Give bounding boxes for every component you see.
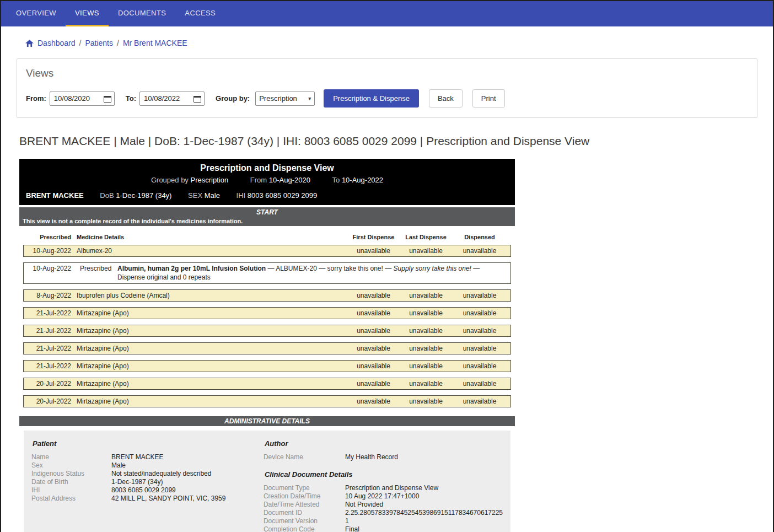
from-date-wrap <box>50 92 115 106</box>
grouped-by-label: Grouped by <box>151 176 189 184</box>
field-label: IHI <box>31 486 111 495</box>
field-value: 2.25.28057833978452545398691511783467061… <box>345 509 503 517</box>
last-dispense-value: unavailable <box>400 247 452 255</box>
filter-bar: From: To: Group by: Prescription ▾ Presc… <box>17 85 757 117</box>
sex-value: Male <box>205 191 220 200</box>
header-dispensed: Dispensed <box>452 234 507 240</box>
administrative-details-bar: ADMINISTRATIVE DETAILS <box>19 416 515 426</box>
field-label: Document ID <box>264 509 345 517</box>
breadcrumb-patient-name[interactable]: Mr Brent MACKEE <box>123 39 187 47</box>
entry-kind: Prescribed <box>77 265 117 272</box>
tab-overview[interactable]: OVERVIEW <box>7 1 66 26</box>
field-label: Document Type <box>264 484 345 492</box>
medicine-name: Mirtazapine (Apo) <box>77 309 347 317</box>
breadcrumb: Dashboard / Patients / Mr Brent MACKEE <box>1 26 773 57</box>
prescription-dispense-button[interactable]: Prescription & Dispense <box>324 89 419 108</box>
print-button[interactable]: Print <box>472 89 505 108</box>
field-value: Male <box>111 461 126 470</box>
author-fields: Device NameMy Health Record <box>264 453 503 461</box>
medicine-name: Mirtazapine (Apo) <box>77 397 347 405</box>
home-icon[interactable] <box>25 40 34 47</box>
medicine-summary-row: 21-Jul-2022Mirtazapine (Apo)unavailableu… <box>23 342 511 354</box>
field-value: Final <box>345 525 359 532</box>
tab-access[interactable]: ACCESS <box>175 1 225 26</box>
prescribed-date: 8-Aug-2022 <box>27 292 77 299</box>
field-value: 8003 6085 0029 2099 <box>111 486 176 495</box>
first-dispense-value: unavailable <box>347 292 400 299</box>
medicine-summary-row: 20-Jul-2022Mirtazapine (Apo)unavailableu… <box>23 395 511 407</box>
dispensed-value: unavailable <box>452 327 507 335</box>
medicine-summary-row: 21-Jul-2022Mirtazapine (Apo)unavailableu… <box>23 360 511 372</box>
notice-bar: This view is not a complete record of th… <box>19 217 515 226</box>
field-label: Device Name <box>264 453 345 461</box>
ihi-label: IHI <box>237 191 246 200</box>
document-meta: Grouped by Prescription From 10-Aug-2020… <box>25 176 509 184</box>
medicine-summary-row: 21-Jul-2022Mirtazapine (Apo)unavailableu… <box>23 307 511 319</box>
field-label: Indigenous Status <box>31 470 111 478</box>
last-dispense-value: unavailable <box>400 309 452 317</box>
first-dispense-value: unavailable <box>347 362 400 370</box>
medicines-table-header: Prescribed Medicine Details First Dispen… <box>23 234 511 240</box>
prescribed-date: 21-Jul-2022 <box>27 362 77 370</box>
doc-to-value: 10-Aug-2022 <box>342 176 383 184</box>
medicine-detail-row: 10-Aug-2022PrescribedAlbumin, human 2g p… <box>23 262 511 284</box>
ihi-value: 8003 6085 0029 2099 <box>248 191 318 200</box>
tab-documents[interactable]: DOCUMENTS <box>109 1 175 26</box>
first-dispense-value: unavailable <box>347 397 400 405</box>
doc-to-label: To <box>332 176 340 184</box>
header-first-dispense: First Dispense <box>347 234 400 240</box>
group-by-select[interactable]: Prescription ▾ <box>255 92 315 106</box>
medicine-name: Mirtazapine (Apo) <box>77 327 347 335</box>
breadcrumb-dashboard[interactable]: Dashboard <box>37 39 76 47</box>
clinical-document-details-title: Clinical Document Details <box>265 470 503 479</box>
admin-field-row: Document ID2.25.280578339784525453986915… <box>264 509 503 517</box>
dispensed-value: unavailable <box>452 362 507 370</box>
field-label: Document Version <box>264 517 345 525</box>
admin-field-row: Creation Date/Time10 Aug 2022 17:47+1000 <box>264 492 503 501</box>
back-button[interactable]: Back <box>429 89 463 108</box>
prescribed-date: 10-Aug-2022 <box>27 265 77 272</box>
dispensed-value: unavailable <box>452 309 507 317</box>
page-title: BRENT MACKEE | Male | DoB: 1-Dec-1987 (3… <box>19 135 773 148</box>
field-label: Date of Birth <box>31 478 111 486</box>
prescribed-date: 21-Jul-2022 <box>27 309 77 317</box>
last-dispense-value: unavailable <box>400 327 452 335</box>
medicine-summary-row: 10-Aug-2022Albumex-20unavailableunavaila… <box>23 245 511 257</box>
grouped-by-value: Prescription <box>191 176 229 184</box>
author-section-title: Author <box>265 439 503 448</box>
prescribed-date: 20-Jul-2022 <box>27 380 77 388</box>
dob-value: 1-Dec-1987 (34y) <box>116 191 171 200</box>
breadcrumb-patients[interactable]: Patients <box>85 39 113 47</box>
breadcrumb-separator: / <box>79 39 82 47</box>
dispensed-value: unavailable <box>452 247 507 255</box>
page: OVERVIEW VIEWS DOCUMENTS ACCESS Dashboar… <box>0 0 774 532</box>
tab-views[interactable]: VIEWS <box>66 1 109 26</box>
field-value: BRENT MACKEE <box>111 453 163 461</box>
document-header: Prescription and Dispense View Grouped b… <box>19 159 515 205</box>
header-last-dispense: Last Dispense <box>400 234 452 240</box>
dispensed-value: unavailable <box>452 292 507 299</box>
medicine-name: Mirtazapine (Apo) <box>77 345 347 352</box>
detail-mid-text: — ALBUMEX-20 — sorry take this one! — <box>266 265 393 272</box>
admin-field-row: IHI8003 6085 0029 2099 <box>31 486 257 495</box>
field-value: Prescription and Dispense View <box>345 484 438 492</box>
admin-field-row: Completion CodeFinal <box>264 525 503 532</box>
medicine-name: Mirtazapine (Apo) <box>77 362 347 370</box>
calendar-icon[interactable] <box>104 96 111 103</box>
views-card: Views From: To: Group by: Prescription ▾… <box>17 58 757 118</box>
sex-label: SEX <box>188 191 202 200</box>
breadcrumb-separator: / <box>117 39 119 47</box>
dispensed-value: unavailable <box>452 397 507 405</box>
prescribed-date: 10-Aug-2022 <box>27 247 77 255</box>
field-label: Postal Address <box>31 495 111 503</box>
last-dispense-value: unavailable <box>400 292 452 299</box>
last-dispense-value: unavailable <box>400 380 452 388</box>
patient-details-column: Patient NameBRENT MACKEESexMaleIndigenou… <box>31 439 257 532</box>
to-date-wrap <box>139 92 205 106</box>
admin-field-row: Device NameMy Health Record <box>264 453 503 461</box>
prescribed-date: 20-Jul-2022 <box>27 397 77 405</box>
detail-italic-text: Supply sorry take this one! <box>394 265 471 272</box>
calendar-icon[interactable] <box>194 96 201 103</box>
first-dispense-value: unavailable <box>347 327 400 335</box>
medicines-rows: 10-Aug-2022Albumex-20unavailableunavaila… <box>19 245 515 407</box>
